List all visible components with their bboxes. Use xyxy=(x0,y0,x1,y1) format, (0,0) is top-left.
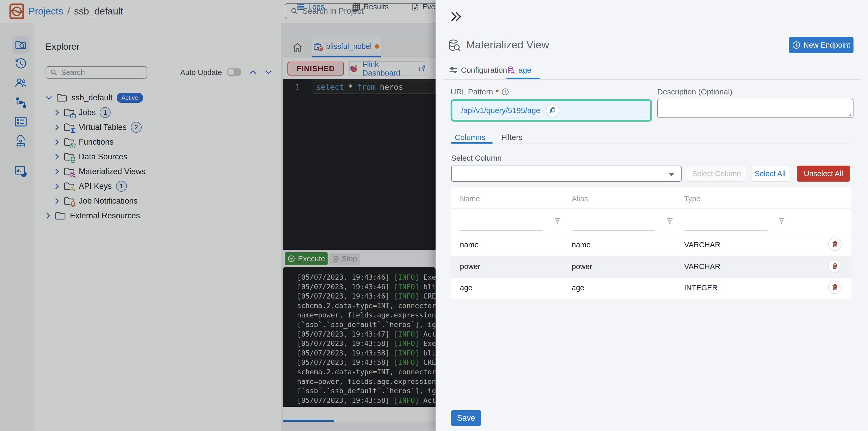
new-endpoint-button[interactable]: New Endpoint xyxy=(789,37,854,53)
trash-icon xyxy=(832,284,838,291)
description-textarea[interactable] xyxy=(657,99,854,118)
chevron-down-icon xyxy=(669,173,674,176)
materialized-view-drawer: Materialized View New Endpoint Configura… xyxy=(436,0,868,431)
sliders-icon xyxy=(449,66,458,74)
plus-circle-icon xyxy=(792,41,800,49)
delete-row-button[interactable] xyxy=(828,237,842,251)
materialized-view-icon xyxy=(448,39,461,52)
column-header-type: Type xyxy=(684,195,701,203)
copy-url-button[interactable] xyxy=(546,104,559,117)
table-border xyxy=(451,233,851,233)
table-border xyxy=(451,208,851,209)
filter-icon[interactable] xyxy=(554,218,561,226)
tab-configuration[interactable]: Configuration xyxy=(449,66,507,74)
tab-age-endpoint[interactable]: age xyxy=(507,66,531,74)
cell-alias: power xyxy=(572,262,592,271)
name-filter-input[interactable] xyxy=(459,230,543,231)
columns-table: Name Alias Type name name VARCHAR power … xyxy=(451,187,851,300)
filter-icon[interactable] xyxy=(666,218,673,226)
subtab-columns[interactable]: Columns xyxy=(455,133,485,142)
required-asterisk: * xyxy=(496,88,499,96)
info-icon[interactable] xyxy=(501,88,509,96)
select-column-dropdown[interactable] xyxy=(451,166,682,181)
modal-backdrop[interactable] xyxy=(0,0,436,431)
select-column-label: Select Column xyxy=(451,154,502,162)
tab-age-label: age xyxy=(519,66,531,74)
copy-icon xyxy=(549,107,556,114)
description-label: Description (Optional) xyxy=(657,88,732,96)
cell-type: INTEGER xyxy=(684,284,718,292)
cell-name: name xyxy=(460,241,479,249)
table-border xyxy=(451,300,851,300)
trash-icon xyxy=(832,241,838,247)
drawer-title: Materialized View xyxy=(466,39,549,51)
filter-icon[interactable] xyxy=(778,218,785,226)
subtab-filters[interactable]: Filters xyxy=(501,133,523,142)
table-row xyxy=(451,256,851,277)
alias-filter-input[interactable] xyxy=(572,230,655,231)
trash-icon xyxy=(832,263,838,269)
column-header-alias: Alias xyxy=(572,195,588,203)
type-filter-input[interactable] xyxy=(684,230,768,231)
cell-name: age xyxy=(460,284,472,292)
select-all-button[interactable]: Select All xyxy=(751,166,789,181)
subtab-divider xyxy=(451,143,853,144)
url-pattern-field[interactable]: /api/v1/query/5195/age xyxy=(451,99,652,122)
new-endpoint-label: New Endpoint xyxy=(804,41,850,49)
cell-name: power xyxy=(460,262,480,271)
resize-grip-icon[interactable] xyxy=(848,112,852,117)
table-border xyxy=(451,277,851,278)
cell-alias: age xyxy=(572,284,584,292)
column-header-name: Name xyxy=(460,195,480,203)
ssb-app: Projects / ssb_default Search in Project xyxy=(0,0,868,431)
tab-divider xyxy=(443,79,861,80)
select-column-button[interactable]: Select Column xyxy=(687,166,746,181)
cell-type: VARCHAR xyxy=(684,262,720,271)
tab-configuration-label: Configuration xyxy=(461,66,507,74)
collapse-drawer-icon[interactable] xyxy=(450,11,462,22)
delete-row-button[interactable] xyxy=(828,259,842,273)
cell-type: VARCHAR xyxy=(684,241,720,249)
url-pattern-label: URL Pattern* xyxy=(451,88,509,96)
cell-alias: name xyxy=(572,241,591,249)
save-button[interactable]: Save xyxy=(451,410,481,426)
unselect-all-button[interactable]: Unselect All xyxy=(797,166,850,181)
url-pattern-value: /api/v1/query/5195/age xyxy=(461,106,540,115)
delete-row-button[interactable] xyxy=(828,280,842,294)
materialized-view-icon xyxy=(507,66,515,74)
